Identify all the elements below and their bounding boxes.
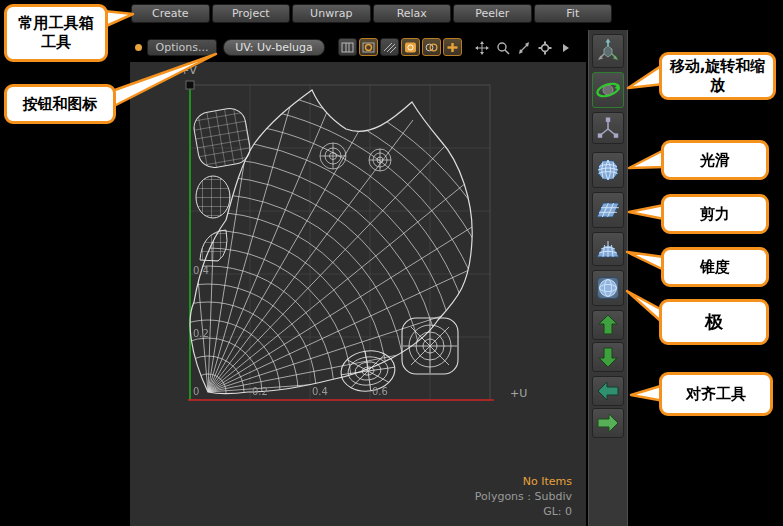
right-tool-column [588, 30, 628, 526]
taper-tool-icon [595, 236, 621, 262]
callout-taper: 锥度 [661, 247, 769, 287]
u-tick-0-4: 0.4 [312, 386, 328, 397]
rotate-tool-button[interactable] [592, 72, 624, 108]
callout-align: 对齐工具 [659, 372, 773, 416]
status-readout: No Items Polygons : Subdiv GL: 0 [475, 474, 572, 519]
status-polygons: Polygons : Subdiv [475, 489, 572, 504]
uv-viewport[interactable]: +V +U 0.4 0.2 0 0.2 0.4 0.6 No Items Pol… [130, 62, 586, 526]
uv-view-icon-group [472, 39, 575, 57]
status-no-items: No Items [475, 474, 572, 489]
pan-icon[interactable] [472, 39, 491, 57]
align-up-icon [596, 314, 620, 336]
u-tick-0-6: 0.6 [372, 386, 388, 397]
tab-unwrap[interactable]: Unwrap [292, 4, 371, 23]
callout-toolbox: 常用工具箱工具 [4, 4, 108, 62]
tab-project[interactable]: Project [212, 4, 291, 23]
screenshot-stage: Create Project Unwrap Relax Peeler Fit O… [0, 0, 783, 526]
align-left-icon [596, 380, 620, 402]
scale-tool-button[interactable] [592, 112, 624, 144]
cross-icon[interactable] [443, 38, 462, 56]
more-arrow-icon[interactable] [556, 39, 575, 57]
grid-corner-handle[interactable] [186, 81, 194, 89]
shear-tool-button[interactable] [592, 192, 624, 228]
tab-fit[interactable]: Fit [534, 4, 613, 23]
uv-eye-pole [320, 143, 391, 171]
status-dot-icon [135, 44, 142, 51]
uv-toolbar: Options... UV: Uv-beluga [130, 36, 586, 60]
align-down-icon [596, 346, 620, 368]
mirror-icon[interactable] [359, 38, 378, 56]
uv-display-icon-group [338, 38, 462, 56]
smooth-tool-icon [595, 157, 621, 183]
v-tick-0-2: 0.2 [193, 328, 209, 339]
fit-view-icon[interactable] [514, 39, 533, 57]
tab-create[interactable]: Create [131, 4, 210, 23]
fill-square-icon[interactable] [401, 38, 420, 56]
callout-shear: 剪力 [661, 194, 769, 234]
u-tick-0: 0 [193, 386, 199, 397]
callout-pole: 极 [659, 299, 769, 345]
gear-icon[interactable] [535, 39, 554, 57]
shear-tool-icon [595, 197, 621, 223]
toolbox-tab-bar: Create Project Unwrap Relax Peeler Fit [131, 4, 612, 24]
uv-mesh-body[interactable] [130, 62, 547, 526]
callout-move-rotate-scale: 移动,旋转和缩放 [659, 52, 776, 100]
align-right-button[interactable] [592, 408, 624, 438]
move-tool-button[interactable] [592, 34, 624, 68]
tab-relax[interactable]: Relax [373, 4, 452, 23]
uv-border-icon[interactable] [338, 38, 357, 56]
v-axis-label: +V [180, 64, 197, 77]
u-axis-label: +U [510, 387, 527, 400]
taper-tool-button[interactable] [592, 232, 624, 266]
align-left-button[interactable] [592, 376, 624, 406]
stripes-icon[interactable] [380, 38, 399, 56]
align-up-button[interactable] [592, 310, 624, 340]
status-gl: GL: 0 [475, 504, 572, 519]
pole-tool-button[interactable] [592, 270, 624, 306]
options-button[interactable]: Options... [147, 39, 217, 56]
u-tick-0-2: 0.2 [252, 386, 268, 397]
tab-peeler[interactable]: Peeler [453, 4, 532, 23]
pole-tool-icon [595, 275, 621, 301]
v-tick-0-4: 0.4 [193, 265, 209, 276]
callout-smooth: 光滑 [661, 140, 769, 180]
callout-buttons-icons: 按钮和图标 [4, 84, 116, 124]
move-tool-icon [595, 38, 621, 64]
align-down-button[interactable] [592, 342, 624, 372]
uv-map-selector[interactable]: UV: Uv-beluga [223, 39, 325, 56]
align-right-icon [596, 412, 620, 434]
overlap-circles-icon[interactable] [422, 38, 441, 56]
zoom-icon[interactable] [493, 39, 512, 57]
smooth-tool-button[interactable] [592, 152, 624, 188]
uv-canvas[interactable] [130, 62, 586, 526]
scale-tool-icon [595, 115, 621, 141]
rotate-tool-icon [595, 77, 621, 103]
